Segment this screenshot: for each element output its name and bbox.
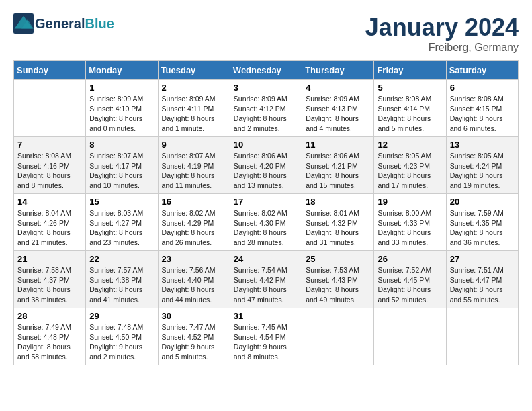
day-info: Sunrise: 7:49 AMSunset: 4:48 PMDaylight:… [17,322,82,362]
calendar-cell: 30Sunrise: 7:47 AMSunset: 4:52 PMDayligh… [158,308,230,365]
calendar-cell: 4Sunrise: 8:09 AMSunset: 4:13 PMDaylight… [302,80,374,137]
calendar-header: SundayMondayTuesdayWednesdayThursdayFrid… [14,61,519,80]
day-info: Sunrise: 7:59 AMSunset: 4:35 PMDaylight:… [450,208,515,248]
day-info: Sunrise: 7:51 AMSunset: 4:47 PMDaylight:… [450,265,515,305]
day-info: Sunrise: 8:09 AMSunset: 4:10 PMDaylight:… [89,94,154,134]
day-number: 21 [17,254,82,264]
day-info: Sunrise: 8:01 AMSunset: 4:32 PMDaylight:… [306,208,370,248]
calendar-cell: 14Sunrise: 8:04 AMSunset: 4:26 PMDayligh… [14,194,86,251]
calendar-cell: 22Sunrise: 7:57 AMSunset: 4:38 PMDayligh… [86,251,158,308]
calendar-cell: 2Sunrise: 8:09 AMSunset: 4:11 PMDaylight… [158,80,230,137]
day-number: 3 [234,83,298,93]
day-info: Sunrise: 8:05 AMSunset: 4:23 PMDaylight:… [378,151,442,191]
header-day-sunday: Sunday [14,61,86,80]
day-info: Sunrise: 8:08 AMSunset: 4:15 PMDaylight:… [450,94,515,134]
day-number: 7 [17,140,82,150]
day-number: 2 [162,83,226,93]
day-number: 26 [378,254,442,264]
day-info: Sunrise: 8:08 AMSunset: 4:16 PMDaylight:… [17,151,82,191]
calendar-week-1: 1Sunrise: 8:09 AMSunset: 4:10 PMDaylight… [14,80,519,137]
calendar-cell: 23Sunrise: 7:56 AMSunset: 4:40 PMDayligh… [158,251,230,308]
calendar-cell: 18Sunrise: 8:01 AMSunset: 4:32 PMDayligh… [302,194,374,251]
day-info: Sunrise: 8:04 AMSunset: 4:26 PMDaylight:… [17,208,82,248]
calendar-body: 1Sunrise: 8:09 AMSunset: 4:10 PMDaylight… [14,80,519,365]
calendar-cell: 28Sunrise: 7:49 AMSunset: 4:48 PMDayligh… [14,308,86,365]
day-info: Sunrise: 8:09 AMSunset: 4:11 PMDaylight:… [162,94,226,134]
calendar-cell [374,308,446,365]
day-info: Sunrise: 7:53 AMSunset: 4:43 PMDaylight:… [306,265,370,305]
day-info: Sunrise: 8:03 AMSunset: 4:27 PMDaylight:… [89,208,154,248]
day-info: Sunrise: 7:47 AMSunset: 4:52 PMDaylight:… [162,322,226,362]
day-info: Sunrise: 8:05 AMSunset: 4:24 PMDaylight:… [450,151,515,191]
day-number: 1 [89,83,154,93]
day-number: 23 [162,254,226,264]
day-number: 9 [162,140,226,150]
day-info: Sunrise: 8:06 AMSunset: 4:20 PMDaylight:… [234,151,298,191]
header-day-wednesday: Wednesday [230,61,302,80]
day-info: Sunrise: 8:07 AMSunset: 4:17 PMDaylight:… [89,151,154,191]
calendar-table: SundayMondayTuesdayWednesdayThursdayFrid… [13,60,519,365]
day-number: 10 [234,140,298,150]
day-number: 6 [450,83,515,93]
day-number: 29 [89,311,154,321]
day-info: Sunrise: 7:48 AMSunset: 4:50 PMDaylight:… [89,322,154,362]
logo: GeneralBlue [13,13,114,34]
title-block: January 2024 Freiberg, Germany [365,13,519,54]
day-number: 12 [378,140,442,150]
day-info: Sunrise: 8:00 AMSunset: 4:33 PMDaylight:… [378,208,442,248]
calendar-week-5: 28Sunrise: 7:49 AMSunset: 4:48 PMDayligh… [14,308,519,365]
day-info: Sunrise: 7:56 AMSunset: 4:40 PMDaylight:… [162,265,226,305]
calendar-cell: 20Sunrise: 7:59 AMSunset: 4:35 PMDayligh… [446,194,518,251]
day-info: Sunrise: 8:08 AMSunset: 4:14 PMDaylight:… [378,94,442,134]
calendar-week-3: 14Sunrise: 8:04 AMSunset: 4:26 PMDayligh… [14,194,519,251]
page-header: GeneralBlue January 2024 Freiberg, Germa… [13,13,519,54]
calendar-cell: 25Sunrise: 7:53 AMSunset: 4:43 PMDayligh… [302,251,374,308]
calendar-cell: 10Sunrise: 8:06 AMSunset: 4:20 PMDayligh… [230,137,302,194]
logo-icon [13,13,34,34]
header-day-thursday: Thursday [302,61,374,80]
header-day-saturday: Saturday [446,61,518,80]
calendar-cell: 3Sunrise: 8:09 AMSunset: 4:12 PMDaylight… [230,80,302,137]
day-number: 30 [162,311,226,321]
calendar-cell: 19Sunrise: 8:00 AMSunset: 4:33 PMDayligh… [374,194,446,251]
calendar-cell [302,308,374,365]
day-info: Sunrise: 8:09 AMSunset: 4:13 PMDaylight:… [306,94,370,134]
day-number: 22 [89,254,154,264]
header-row: SundayMondayTuesdayWednesdayThursdayFrid… [14,61,519,80]
calendar-cell: 17Sunrise: 8:02 AMSunset: 4:30 PMDayligh… [230,194,302,251]
header-day-tuesday: Tuesday [158,61,230,80]
day-number: 31 [234,311,298,321]
calendar-cell: 5Sunrise: 8:08 AMSunset: 4:14 PMDaylight… [374,80,446,137]
calendar-week-2: 7Sunrise: 8:08 AMSunset: 4:16 PMDaylight… [14,137,519,194]
calendar-cell: 7Sunrise: 8:08 AMSunset: 4:16 PMDaylight… [14,137,86,194]
calendar-cell: 29Sunrise: 7:48 AMSunset: 4:50 PMDayligh… [86,308,158,365]
calendar-cell [14,80,86,137]
day-info: Sunrise: 8:02 AMSunset: 4:29 PMDaylight:… [162,208,226,248]
calendar-cell: 21Sunrise: 7:58 AMSunset: 4:37 PMDayligh… [14,251,86,308]
day-number: 5 [378,83,442,93]
day-number: 19 [378,197,442,207]
day-number: 16 [162,197,226,207]
calendar-cell: 9Sunrise: 8:07 AMSunset: 4:19 PMDaylight… [158,137,230,194]
day-info: Sunrise: 7:45 AMSunset: 4:54 PMDaylight:… [234,322,298,362]
month-title: January 2024 [365,13,519,42]
day-number: 4 [306,83,370,93]
day-info: Sunrise: 8:06 AMSunset: 4:21 PMDaylight:… [306,151,370,191]
calendar-cell: 15Sunrise: 8:03 AMSunset: 4:27 PMDayligh… [86,194,158,251]
day-number: 28 [17,311,82,321]
day-info: Sunrise: 7:58 AMSunset: 4:37 PMDaylight:… [17,265,82,305]
calendar-cell: 27Sunrise: 7:51 AMSunset: 4:47 PMDayligh… [446,251,518,308]
day-number: 27 [450,254,515,264]
calendar-cell: 1Sunrise: 8:09 AMSunset: 4:10 PMDaylight… [86,80,158,137]
calendar-cell: 8Sunrise: 8:07 AMSunset: 4:17 PMDaylight… [86,137,158,194]
day-info: Sunrise: 8:02 AMSunset: 4:30 PMDaylight:… [234,208,298,248]
day-number: 18 [306,197,370,207]
calendar-cell: 16Sunrise: 8:02 AMSunset: 4:29 PMDayligh… [158,194,230,251]
day-number: 8 [89,140,154,150]
calendar-cell: 11Sunrise: 8:06 AMSunset: 4:21 PMDayligh… [302,137,374,194]
calendar-cell: 24Sunrise: 7:54 AMSunset: 4:42 PMDayligh… [230,251,302,308]
calendar-cell: 13Sunrise: 8:05 AMSunset: 4:24 PMDayligh… [446,137,518,194]
calendar-cell [446,308,518,365]
calendar-week-4: 21Sunrise: 7:58 AMSunset: 4:37 PMDayligh… [14,251,519,308]
location: Freiberg, Germany [365,42,519,54]
